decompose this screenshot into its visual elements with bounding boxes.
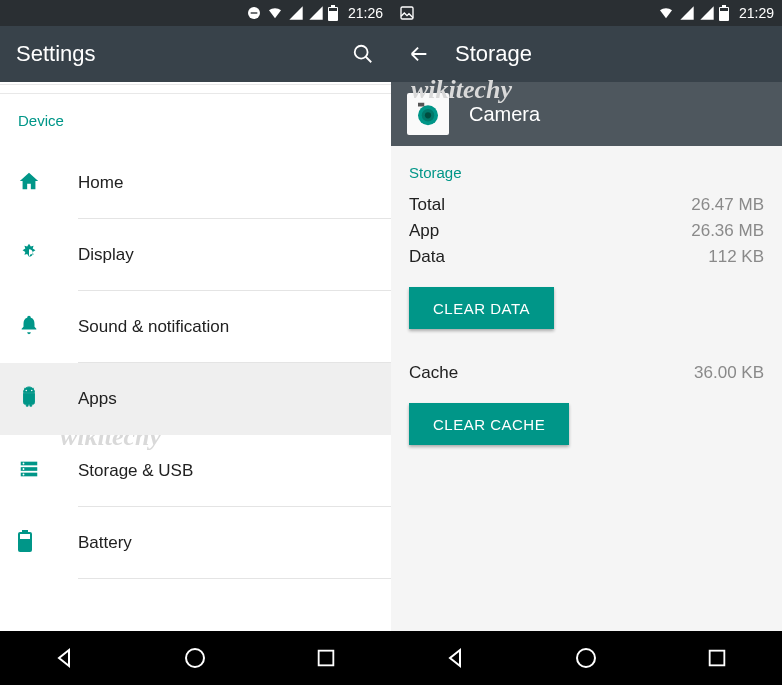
- svg-point-18: [186, 649, 204, 667]
- android-icon: [18, 386, 40, 412]
- svg-rect-3: [331, 5, 335, 7]
- svg-rect-1: [251, 12, 258, 13]
- clear-data-button[interactable]: CLEAR DATA: [409, 287, 554, 329]
- nav-back-button[interactable]: [50, 643, 80, 673]
- list-item-battery[interactable]: Battery: [0, 507, 391, 579]
- svg-rect-17: [20, 534, 30, 539]
- svg-rect-19: [318, 651, 333, 666]
- svg-point-8: [31, 390, 32, 391]
- signal-icon-2: [308, 5, 324, 21]
- status-time: 21:26: [348, 5, 383, 21]
- back-button[interactable]: [407, 42, 431, 66]
- list-item-label: Home: [78, 173, 123, 193]
- wifi-icon: [266, 5, 284, 21]
- list-item-label: Display: [78, 245, 134, 265]
- nav-back-button[interactable]: [441, 643, 471, 673]
- nav-bar: [391, 631, 782, 685]
- svg-line-6: [366, 57, 372, 63]
- svg-rect-20: [401, 7, 413, 19]
- clear-cache-button[interactable]: CLEAR CACHE: [409, 403, 569, 445]
- row-data: Data 112 KB: [409, 247, 764, 267]
- nav-home-button[interactable]: [571, 643, 601, 673]
- status-bar: 21:29: [391, 0, 782, 26]
- list-item-label: Sound & notification: [78, 317, 229, 337]
- row-key: App: [409, 221, 439, 241]
- svg-rect-4: [329, 8, 337, 11]
- wifi-icon: [657, 5, 675, 21]
- section-header-device: Device: [0, 94, 391, 147]
- list-item-display[interactable]: Display: [0, 219, 391, 291]
- phone-right: 21:29 Storage Camera Storage Total 26.47…: [391, 0, 782, 685]
- list-item-label: Storage & USB: [78, 461, 193, 481]
- svg-rect-23: [720, 8, 728, 11]
- svg-rect-16: [22, 530, 28, 532]
- section-header-storage: Storage: [409, 164, 764, 181]
- svg-point-13: [23, 468, 25, 470]
- nav-recent-button[interactable]: [311, 643, 341, 673]
- signal-icon: [679, 5, 695, 21]
- battery-icon: [719, 5, 729, 21]
- svg-rect-27: [418, 103, 424, 107]
- list-item-home[interactable]: Home: [0, 147, 391, 219]
- svg-rect-22: [722, 5, 726, 7]
- signal-icon: [288, 5, 304, 21]
- image-notif-icon: [399, 5, 415, 21]
- list-item-label: Apps: [78, 389, 117, 409]
- row-total: Total 26.47 MB: [409, 195, 764, 215]
- row-value: 112 KB: [708, 247, 764, 267]
- search-button[interactable]: [351, 42, 375, 66]
- row-cache: Cache 36.00 KB: [409, 363, 764, 383]
- row-value: 26.47 MB: [691, 195, 764, 215]
- svg-rect-29: [709, 651, 724, 666]
- svg-point-26: [425, 112, 431, 118]
- page-title: Storage: [455, 41, 766, 67]
- camera-app-icon: [407, 93, 449, 135]
- list-item-sound[interactable]: Sound & notification: [0, 291, 391, 363]
- row-value: 36.00 KB: [694, 363, 764, 383]
- svg-point-28: [577, 649, 595, 667]
- dnd-icon: [246, 5, 262, 21]
- app-header-bar: Camera: [391, 82, 782, 146]
- row-key: Cache: [409, 363, 458, 383]
- row-key: Total: [409, 195, 445, 215]
- svg-point-12: [23, 463, 25, 465]
- row-key: Data: [409, 247, 445, 267]
- home-icon: [18, 170, 40, 196]
- app-bar: Settings: [0, 26, 391, 82]
- page-title: Settings: [16, 41, 327, 67]
- list-item-storage[interactable]: Storage & USB: [0, 435, 391, 507]
- battery-icon: [328, 5, 338, 21]
- svg-point-5: [355, 46, 368, 59]
- row-value: 26.36 MB: [691, 221, 764, 241]
- nav-recent-button[interactable]: [702, 643, 732, 673]
- nav-bar: [0, 631, 391, 685]
- list-item-apps[interactable]: Apps: [0, 363, 391, 435]
- divider: [0, 84, 391, 94]
- app-name: Camera: [469, 103, 540, 126]
- list-item-label: Battery: [78, 533, 132, 553]
- signal-icon-2: [699, 5, 715, 21]
- row-app: App 26.36 MB: [409, 221, 764, 241]
- svg-point-14: [23, 474, 25, 476]
- status-bar: 21:26: [0, 0, 391, 26]
- battery-icon: [18, 530, 32, 556]
- bell-icon: [18, 314, 40, 340]
- storage-panel: Storage Total 26.47 MB App 26.36 MB Data…: [391, 146, 782, 631]
- brightness-icon: [18, 242, 40, 268]
- storage-icon: [18, 458, 40, 484]
- phone-left: 21:26 Settings Device Home Display: [0, 0, 391, 685]
- status-time: 21:29: [739, 5, 774, 21]
- app-bar: Storage: [391, 26, 782, 82]
- nav-home-button[interactable]: [180, 643, 210, 673]
- svg-point-7: [26, 390, 27, 391]
